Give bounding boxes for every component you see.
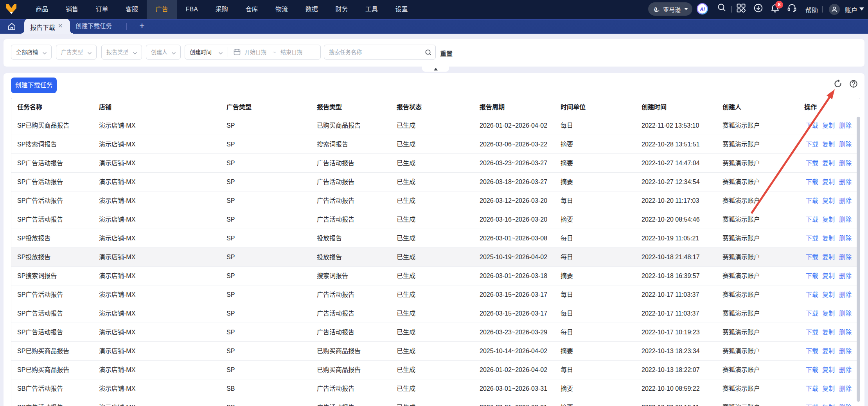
svg-text:AI: AI [699, 7, 705, 12]
svg-text:a: a [654, 5, 658, 12]
